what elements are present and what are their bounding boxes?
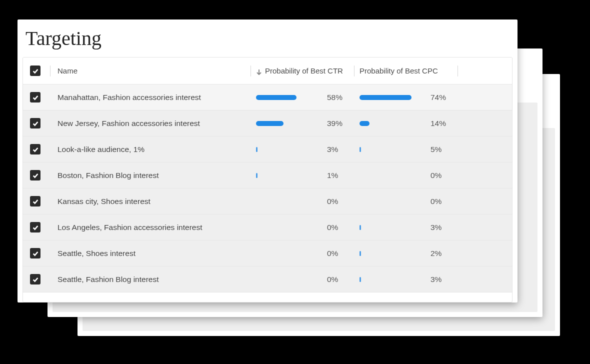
cpc-bar	[360, 95, 412, 100]
table-row[interactable]: Manahattan, Fashion accessories interest…	[23, 84, 512, 110]
cpc-bar-cell	[360, 277, 430, 282]
cpc-value: 0%	[430, 171, 458, 180]
row-checkbox[interactable]	[30, 144, 40, 154]
table-row[interactable]: Look-a-like audience, 1%3%5%	[23, 136, 512, 162]
cpc-bar	[360, 277, 361, 282]
row-name: Boston, Fashion Blog interest	[56, 171, 250, 180]
ctr-value: 3%	[327, 145, 354, 154]
row-checkbox[interactable]	[30, 170, 40, 180]
ctr-bar	[256, 121, 284, 126]
row-name: Look-a-like audience, 1%	[56, 145, 250, 154]
ctr-bar	[256, 147, 258, 152]
table-header-row: Name Probability of Best CTR Probability…	[23, 58, 512, 84]
table-row[interactable]: Kansas city, Shoes interest0%0%	[23, 188, 512, 214]
row-checkbox[interactable]	[30, 274, 40, 284]
divider	[250, 66, 251, 76]
ctr-value: 0%	[327, 223, 354, 232]
column-header-cpc-label: Probability of Best CPC	[360, 66, 438, 75]
row-checkbox[interactable]	[30, 248, 40, 258]
divider	[354, 66, 354, 76]
cpc-bar-cell	[360, 147, 430, 152]
cpc-value: 2%	[430, 249, 458, 258]
column-header-name-label: Name	[58, 66, 78, 75]
column-header-name[interactable]: Name	[56, 66, 250, 75]
cpc-bar	[360, 251, 361, 256]
column-header-ctr-label: Probability of Best CTR	[265, 66, 343, 75]
cpc-bar-cell	[360, 95, 430, 100]
row-name: Seattle, Shoes interest	[56, 249, 250, 258]
row-checkbox[interactable]	[30, 92, 40, 102]
ctr-value: 58%	[327, 93, 354, 102]
row-name: Kansas city, Shoes interest	[56, 197, 250, 206]
cpc-value: 74%	[430, 93, 458, 102]
row-name: Los Angeles, Fashion accessories interes…	[56, 223, 250, 232]
cpc-bar	[360, 147, 361, 152]
ctr-value: 0%	[327, 275, 354, 284]
cpc-value: 5%	[430, 145, 458, 154]
column-header-ctr[interactable]: Probability of Best CTR	[256, 66, 354, 75]
ctr-value: 0%	[327, 249, 354, 258]
cpc-bar	[360, 225, 361, 230]
ctr-bar-cell	[256, 173, 327, 178]
select-all-checkbox[interactable]	[30, 66, 40, 76]
ctr-bar-cell	[256, 121, 327, 126]
table-row[interactable]: New Jersey, Fashion accessories interest…	[23, 110, 512, 136]
cpc-bar	[360, 121, 370, 126]
ctr-bar-cell	[256, 147, 327, 152]
table-row[interactable]: Seattle, Fashion Blog interest0%3%	[23, 266, 512, 292]
sort-desc-icon	[256, 68, 262, 74]
ctr-bar	[256, 173, 258, 178]
cpc-bar-cell	[360, 225, 430, 230]
cpc-value: 0%	[430, 197, 458, 206]
ctr-bar	[256, 95, 296, 100]
table-row[interactable]: Boston, Fashion Blog interest1%0%	[23, 162, 512, 188]
row-checkbox[interactable]	[30, 196, 40, 206]
table-row[interactable]: Seattle, Shoes interest0%2%	[23, 240, 512, 266]
row-name: Seattle, Fashion Blog interest	[56, 275, 250, 284]
row-checkbox[interactable]	[30, 222, 40, 232]
ctr-value: 0%	[327, 197, 354, 206]
targeting-panel: Targeting Name Probability of Best CTR	[18, 20, 518, 302]
page-title: Targeting	[18, 26, 518, 57]
ctr-value: 39%	[327, 119, 354, 128]
divider	[458, 66, 458, 76]
cpc-value: 3%	[430, 223, 458, 232]
cpc-value: 3%	[430, 275, 458, 284]
divider	[50, 66, 50, 76]
cpc-value: 14%	[430, 119, 458, 128]
cpc-bar-cell	[360, 121, 430, 126]
row-name: New Jersey, Fashion accessories interest	[56, 119, 250, 128]
targeting-table: Name Probability of Best CTR Probability…	[22, 57, 512, 302]
table-row[interactable]: Los Angeles, Fashion accessories interes…	[23, 214, 512, 240]
cpc-bar-cell	[360, 251, 430, 256]
column-header-cpc[interactable]: Probability of Best CPC	[360, 66, 458, 75]
row-name: Manahattan, Fashion accessories interest	[56, 93, 250, 102]
ctr-bar-cell	[256, 95, 327, 100]
ctr-value: 1%	[327, 171, 354, 180]
row-checkbox[interactable]	[30, 118, 40, 128]
